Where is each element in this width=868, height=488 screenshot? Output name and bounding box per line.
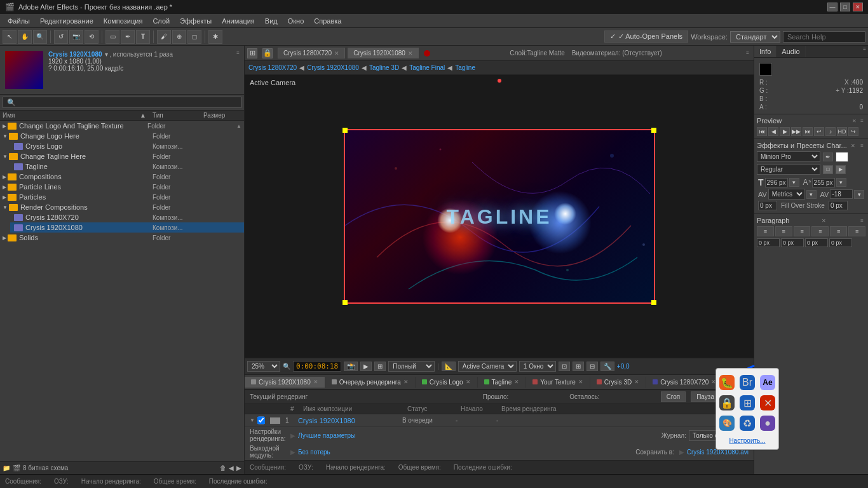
para-menu[interactable]: ✕ [820,217,828,224]
menu-view[interactable]: Вид [260,16,283,26]
prev-loop-btn[interactable]: ↩ [814,127,824,136]
output-value[interactable]: Без потерь [298,449,330,456]
trash-btn[interactable]: 🗑 [220,464,226,471]
para-collapse[interactable]: ≡ [858,217,865,224]
render-queue-row[interactable]: ▼ 1 Crysis 1920X1080 В очереди - - [245,414,754,427]
list-item[interactable]: ▶ Change Logo And Tagline Texture Folder… [0,121,244,131]
fill-val2[interactable] [829,201,848,210]
list-item[interactable]: Tagline Компози... [10,161,244,172]
preview-panel-menu[interactable]: ✕ [850,118,858,125]
handle-bl[interactable] [342,300,348,305]
tool-stamp[interactable]: ⊕ [172,30,186,44]
menu-files[interactable]: Файлы [3,16,35,26]
prev-fwd-btn[interactable]: ▶▶ [791,127,801,136]
list-item[interactable]: ▼ Render Compositions Folder [0,202,244,212]
tool-select[interactable]: ↖ [3,30,17,44]
handle-tl[interactable] [342,128,348,133]
maximize-button[interactable]: □ [840,3,850,11]
color-swatch-black[interactable] [759,63,772,76]
list-item[interactable]: ▶ Solids Folder [0,233,244,243]
menu-help[interactable]: Справка [309,16,346,26]
align-justify-btn[interactable]: ≡ [811,226,829,236]
icon-cell-ps[interactable]: 🎨 [718,414,736,432]
tool-hand[interactable]: ✋ [18,30,32,44]
menu-composition[interactable]: Композиция [98,16,148,26]
tool-text[interactable]: T [136,30,150,44]
effects-menu[interactable]: ✕ [849,142,857,149]
camera-select[interactable]: Active Camera [458,361,517,372]
prev-first-btn[interactable]: ⏮ [757,127,767,136]
space-before[interactable] [805,238,828,247]
icon-cell-media[interactable]: ⊞ [738,394,756,412]
tool-pan[interactable]: ⟲ [85,30,98,44]
menu-edit[interactable]: Редактирование [35,16,98,26]
list-item-selected[interactable]: Crysis 1920X1080 Компози... [10,222,244,233]
indent-left[interactable] [757,238,780,247]
view-select[interactable]: 1 Окно [519,361,556,372]
list-item[interactable]: ▼ Change Logo Here Folder [0,131,244,141]
composition-viewport[interactable]: Active Camera [245,75,754,358]
crop-btn[interactable]: Croп [661,391,686,402]
row-expand[interactable]: ▼ [250,417,255,423]
style-btn1[interactable]: □ [823,165,833,174]
align-left-btn[interactable]: ≡ [757,226,774,236]
info-panel-menu[interactable]: ≡ [861,46,868,57]
tool-puppet[interactable]: ✱ [208,30,222,44]
comp-header-icon[interactable]: ⊞ [247,48,257,58]
prev-settings-btn[interactable]: ↪ [848,127,858,136]
customize-link[interactable]: Настроить... [729,437,765,444]
tool-zoom[interactable]: 🔍 [33,30,47,44]
effects-collapse[interactable]: ≡ [858,142,865,149]
comp-panel-menu[interactable]: ≡ [744,50,751,57]
scroll-up-btn[interactable]: ◀ [229,464,234,471]
comp-canvas[interactable]: TAGLINE [344,129,655,304]
row-checkbox[interactable] [257,416,265,424]
list-item[interactable]: ▶ Particle Lines Folder [0,182,244,192]
tool-paint[interactable]: 🖌 [157,30,171,44]
font-eyedropper-btn[interactable]: ✒ [823,152,833,161]
tab-close[interactable]: ✕ [403,379,409,385]
prev-audio-btn[interactable]: ♪ [825,127,836,136]
icon-cell-x[interactable]: ✕ [759,394,776,412]
tool-mask[interactable]: ▭ [105,30,119,44]
list-item[interactable]: ▼ Change Tagline Here Folder [0,151,244,161]
view-btn1[interactable]: ⊡ [559,362,570,371]
frame-btn[interactable]: 📸 [344,362,358,371]
font-select[interactable]: Minion Pro [757,151,820,162]
tab-close-icon[interactable]: ✕ [408,50,413,57]
view-tab-crysis1920[interactable]: Crysis 1920X1080 ✕ [245,377,325,388]
list-item[interactable]: ▶ Compositions Folder [0,172,244,182]
preview-panel-collapse[interactable]: ≡ [858,118,865,125]
minimize-button[interactable]: — [827,3,837,11]
view-tab-crysis1280[interactable]: Crysis 1280X720 ✕ [646,377,723,388]
style-btn2[interactable]: ▶ [836,165,846,174]
size2-input[interactable] [812,178,835,187]
tool-camera[interactable]: 📷 [69,30,83,44]
timecode-display[interactable]: 0:00:08:18 [293,361,341,372]
tab-close[interactable]: ✕ [578,379,583,385]
auto-open-panels[interactable]: ✓ ✓ Auto-Open Panels [604,30,688,43]
info-tab[interactable]: Info [754,46,776,57]
tab-close[interactable]: ✕ [466,379,471,385]
tab-close[interactable]: ✕ [634,379,639,385]
av-arrow[interactable]: ▾ [806,190,817,199]
view-tab-tagline[interactable]: Tagline ✕ [478,377,527,388]
snap-btn[interactable]: 🔧 [600,362,614,371]
scroll-dn-btn[interactable]: ▶ [236,464,241,471]
close-button[interactable]: ✕ [853,3,863,11]
new-folder-btn[interactable]: 📁 [3,464,10,471]
search-input[interactable] [783,31,865,43]
space-after[interactable] [829,238,852,247]
workspace-select[interactable]: Стандарт [730,31,780,43]
view-btn2[interactable]: ⊞ [573,362,584,371]
icon-cell-purple[interactable]: ● [759,414,776,432]
style-select[interactable]: Regular [757,164,820,175]
prev-hd-btn[interactable]: HD [837,127,847,136]
comp-tab-crysis1280[interactable]: Crysis 1280X720 ✕ [278,48,345,58]
comp-name-3[interactable]: Tagline 3D [369,64,399,71]
font-color-swatch[interactable] [836,152,848,162]
menu-layer[interactable]: Слой [147,16,175,26]
view-btn3[interactable]: ⊟ [587,362,598,371]
indent-right[interactable] [781,238,804,247]
resolution-btn[interactable]: 📐 [442,362,456,371]
